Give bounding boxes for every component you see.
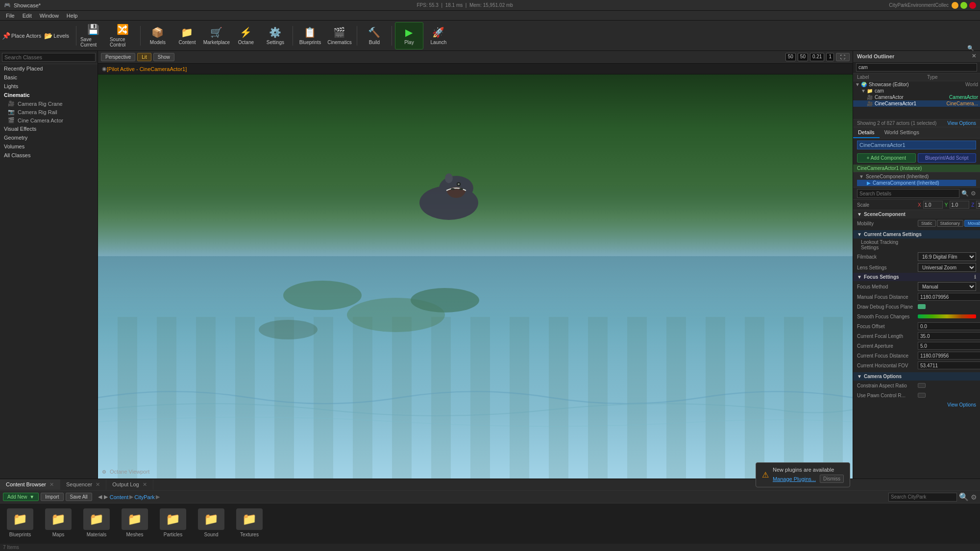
menu-edit[interactable]: Edit: [19, 12, 36, 20]
maximize-viewport-button[interactable]: ⛶: [836, 53, 850, 61]
folder-blueprints[interactable]: 📁 Blueprints: [3, 506, 37, 539]
focus-offset-input[interactable]: [918, 322, 980, 330]
menu-file[interactable]: File: [2, 12, 19, 20]
play-button[interactable]: ▶ Play: [395, 22, 423, 49]
save-current-button[interactable]: 💾 Save Current: [79, 22, 108, 49]
citypark-path-label[interactable]: CityPark: [134, 494, 155, 500]
add-new-button[interactable]: Add New ▼: [3, 493, 39, 501]
folder-particles[interactable]: 📁 Particles: [156, 506, 190, 539]
content-button[interactable]: 📁 Content: [173, 22, 201, 49]
camera-rig-rail-item[interactable]: 📷 Camera Rig Rail: [0, 108, 98, 116]
scale-x-input[interactable]: [923, 201, 943, 209]
cinematics-button[interactable]: 🎬 Cinematics: [325, 22, 354, 49]
tab-world-settings[interactable]: World Settings: [880, 127, 924, 138]
levels-label[interactable]: Levels: [53, 33, 69, 39]
place-actors-label[interactable]: Place Actors: [11, 33, 41, 39]
wo-item-showcase[interactable]: ▼ 🌍 Showcase (Editor) World: [853, 81, 980, 88]
details-filter-icon[interactable]: ⚙: [971, 190, 976, 197]
folder-maps[interactable]: 📁 Maps: [41, 506, 75, 539]
import-button[interactable]: Import: [41, 493, 63, 501]
octane-button[interactable]: ⚡ Octane: [232, 22, 260, 49]
nav-forward-icon[interactable]: ▶: [104, 494, 108, 500]
scene-component-header[interactable]: ▼ SceneComponent: [853, 210, 980, 218]
actor-name-input[interactable]: [857, 141, 976, 149]
close-button[interactable]: [969, 2, 976, 9]
dismiss-button[interactable]: Dismiss: [820, 475, 844, 483]
minimize-button[interactable]: [952, 2, 958, 9]
show-button[interactable]: Show: [153, 53, 174, 61]
draw-debug-checkbox[interactable]: [918, 304, 926, 309]
camera-settings-header[interactable]: ▼ Current Camera Settings: [853, 230, 980, 239]
menu-window[interactable]: Window: [36, 12, 63, 20]
visual-effects-category[interactable]: Visual Effects: [0, 124, 98, 133]
viewport-image[interactable]: ⚙ Octane Viewport: [98, 74, 853, 479]
geometry-category[interactable]: Geometry: [0, 133, 98, 142]
details-search-input[interactable]: [857, 189, 959, 198]
nav-back-icon[interactable]: ◀: [98, 494, 102, 500]
save-all-button[interactable]: Save All: [66, 493, 92, 501]
focus-distance-input[interactable]: [918, 352, 980, 359]
source-control-button[interactable]: 🔀 Source Control: [109, 22, 137, 49]
camera-rig-crane-item[interactable]: 🎥 Camera Rig Crane: [0, 99, 98, 108]
marketplace-button[interactable]: 🛒 Marketplace: [202, 22, 231, 49]
scale-y-input[interactable]: [950, 201, 969, 209]
focal-length-input[interactable]: [918, 332, 980, 340]
static-button[interactable]: Static: [918, 220, 936, 227]
cine-camera-actor-item[interactable]: 🎬 Cine Camera Actor: [0, 116, 98, 124]
manage-plugins-link[interactable]: Manage Plugins...: [773, 476, 816, 482]
movable-button[interactable]: Movable: [964, 220, 980, 227]
lit-button[interactable]: Lit: [137, 53, 151, 61]
models-button[interactable]: 📦 Models: [144, 22, 172, 49]
cb-search-input[interactable]: [888, 493, 957, 502]
focus-settings-header[interactable]: ▼ Focus Settings ℹ: [853, 273, 980, 281]
aperture-input[interactable]: [918, 342, 980, 350]
build-button[interactable]: 🔨 Build: [360, 22, 389, 49]
volumes-category[interactable]: Volumes: [0, 142, 98, 151]
menu-help[interactable]: Help: [63, 12, 82, 20]
content-browser-close[interactable]: ✕: [49, 481, 54, 487]
perspective-button[interactable]: Perspective: [101, 53, 135, 61]
view-options-link-bottom[interactable]: View Options: [947, 402, 976, 407]
cinematic-category[interactable]: Cinematic: [0, 91, 98, 99]
search-classes-input[interactable]: [2, 53, 96, 62]
pawn-control-checkbox[interactable]: [918, 393, 926, 398]
titlebar-controls[interactable]: [952, 2, 976, 9]
constrain-aspect-checkbox[interactable]: [918, 383, 926, 388]
stationary-button[interactable]: Stationary: [937, 220, 964, 227]
wo-item-camera-actor[interactable]: 🎥 CameraActor CameraActor: [853, 94, 980, 100]
focus-method-select[interactable]: Manual: [918, 282, 976, 291]
tab-sequencer[interactable]: Sequencer ✕: [60, 479, 106, 490]
manual-focus-input[interactable]: [918, 293, 980, 301]
filmback-select[interactable]: 16:9 Digital Film: [918, 252, 976, 261]
cb-filter-icon[interactable]: 🔍: [959, 492, 969, 502]
blueprint-script-button[interactable]: Blueprint/Add Script: [918, 153, 977, 163]
maximize-button[interactable]: [960, 2, 967, 9]
lens-settings-select[interactable]: Universal Zoom: [918, 263, 976, 272]
add-component-button[interactable]: + Add Component: [857, 153, 916, 163]
lights-category[interactable]: Lights: [0, 82, 98, 91]
wo-item-cam[interactable]: ▼ 📁 cam: [853, 88, 980, 94]
basic-category[interactable]: Basic: [0, 73, 98, 82]
tab-output-log[interactable]: Output Log ✕: [106, 479, 153, 490]
output-log-close[interactable]: ✕: [143, 481, 147, 487]
launch-button[interactable]: 🚀 Launch: [424, 22, 453, 49]
wo-close-icon[interactable]: ✕: [972, 53, 976, 59]
tab-details[interactable]: Details: [853, 127, 880, 138]
folder-sound[interactable]: 📁 Sound: [194, 506, 228, 539]
view-options-link[interactable]: View Options: [947, 120, 976, 126]
cb-settings-icon[interactable]: ⚙: [971, 493, 977, 501]
scene-component-item[interactable]: ▼ SceneComponent (Inherited): [857, 173, 976, 180]
folder-materials[interactable]: 📁 Materials: [79, 506, 114, 539]
recently-placed-category[interactable]: Recently Placed: [0, 64, 98, 73]
camera-options-header[interactable]: ▼ Camera Options: [853, 372, 980, 381]
sequencer-close[interactable]: ✕: [96, 481, 100, 487]
folder-meshes[interactable]: 📁 Meshes: [118, 506, 152, 539]
tab-content-browser[interactable]: Content Browser ✕: [0, 479, 60, 490]
scale-z-input[interactable]: [976, 201, 980, 209]
folder-textures[interactable]: 📁 Textures: [232, 506, 267, 539]
camera-component-item[interactable]: ▶ CameraComponent (Inherited): [857, 180, 976, 186]
blueprints-button[interactable]: 📋 Blueprints: [296, 22, 324, 49]
all-classes-category[interactable]: All Classes: [0, 151, 98, 160]
wo-item-cine-camera[interactable]: 🎥 CineCameraActor1 CineCamera...: [853, 100, 980, 107]
hfov-input[interactable]: [918, 361, 980, 369]
